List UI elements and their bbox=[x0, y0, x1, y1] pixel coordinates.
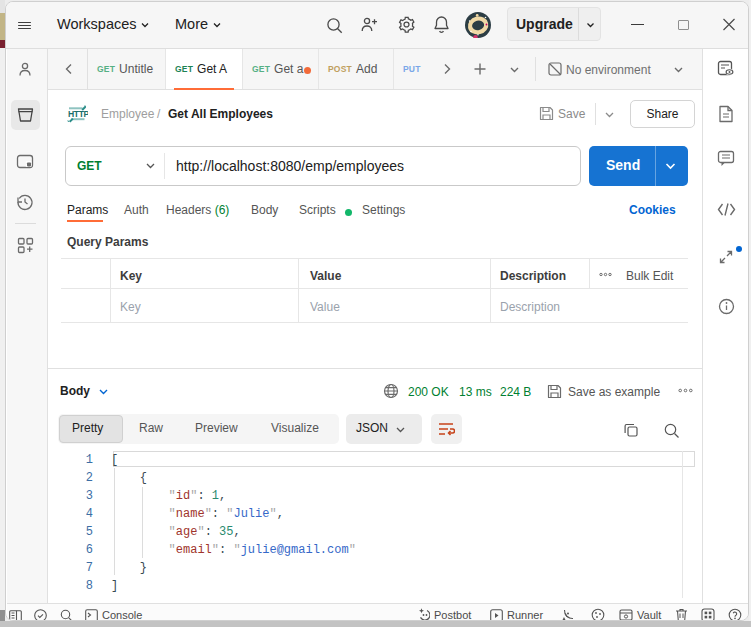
svg-text:HTTP: HTTP bbox=[68, 109, 88, 119]
